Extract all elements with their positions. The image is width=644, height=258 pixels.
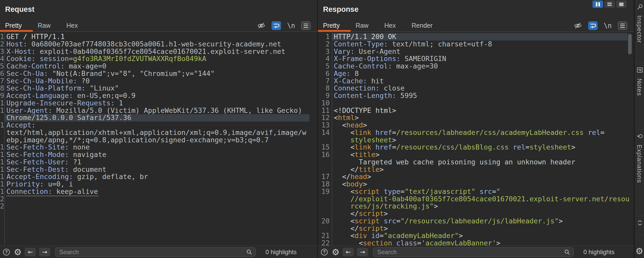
code-line[interactable]: 10 [318,100,634,107]
code-line[interactable]: 11User-Agent: Mozilla/5.0 (Victim) Apple… [0,107,317,114]
code-line[interactable]: 19Connection: keep-alive [0,188,317,195]
code-line[interactable]: 19 <script type="text/javascript" src=" [318,188,634,195]
tab-hex[interactable]: Hex [384,22,396,29]
sidebar-tab-inspector[interactable]: Inspector [635,0,644,63]
hide-matches-eye-icon[interactable] [257,22,265,29]
sidebar-tab-notes[interactable]: Notes [635,63,644,129]
code-line[interactable]: 1GET / HTTP/1.1 [0,33,317,41]
line-number: 7 [318,77,332,85]
arrow-left-icon[interactable]: ← [25,248,36,256]
settings-gear-icon[interactable]: ⚙ [14,248,22,256]
code-line[interactable]: 2Host: 0a6800e703aef7748038cb3c005a0061.… [0,41,317,48]
arrow-right-icon[interactable]: → [39,248,50,256]
tab-raw[interactable]: Raw [38,22,50,29]
line-number [0,136,4,144]
code-line[interactable]: 3Vary: User-Agent [318,48,634,55]
code-line[interactable]: 12Accept: [0,122,317,129]
code-line[interactable]: 22 <section class='academyLabBanner'> [318,240,634,245]
code-line[interactable]: </title> [318,166,634,173]
arrow-left-icon[interactable]: ← [342,248,354,256]
arrow-right-icon[interactable]: → [357,248,368,256]
rows-layout-button[interactable] [604,1,615,8]
code-line[interactable]: 16 <title> [318,151,634,158]
tab-pretty[interactable]: Pretty [5,22,22,29]
help-icon[interactable]: ? [3,249,10,255]
line-number: 18 [318,181,332,188]
code-line[interactable]: 12<html> [318,114,634,122]
code-line[interactable]: 15Sec-Fetch-User: ?1 [0,158,317,166]
vertical-scrollbar[interactable] [628,34,632,54]
code-line[interactable]: 17 </head> [318,173,634,181]
help-icon[interactable]: ? [321,249,328,255]
code-line[interactable]: text/html,application/xhtml+xml,applicat… [0,129,317,136]
code-line[interactable]: 13Sec-Fetch-Site: none [0,144,317,151]
code-line[interactable]: stylesheet> [318,136,634,144]
code-line[interactable]: 18Priority: u=0, i [0,181,317,188]
code-line[interactable]: 13 <head> [318,122,634,129]
code-line[interactable]: </script> [318,225,634,232]
code-line[interactable]: 17Accept-Encoding: gzip, deflate, br [0,173,317,181]
code-line[interactable]: 4X-Frame-Options: SAMEORIGIN [318,55,634,63]
code-line[interactable]: rces/js/tracking.js"> [318,203,634,210]
code-line[interactable]: 21 [0,203,317,210]
code-line[interactable]: 7Sec-Ch-Ua-Mobile: ?0 [0,77,317,85]
code-line[interactable]: 1HTTP/1.1 200 OK [318,33,634,41]
tab-pretty[interactable]: Pretty [323,22,340,29]
code-line[interactable]: 6Age: 8 [318,70,634,77]
search-input[interactable] [55,247,256,257]
code-line[interactable]: 11<!DOCTYPE html> [318,107,634,114]
request-editor[interactable]: 1GET / HTTP/1.12Host: 0a6800e703aef77480… [0,32,317,245]
code-line[interactable]: 8Connection: close [318,85,634,92]
code-line[interactable]: ebp,image/apng,*/*;q=0.8,application/sig… [0,136,317,144]
code-line[interactable]: 9Content-Length: 5995 [318,92,634,100]
code-line[interactable]: //exploit-0ab400af0365f7ce8054cace016700… [318,195,634,203]
code-line[interactable]: 15 <link href=/resources/css/labsBlog.cs… [318,144,634,151]
hide-matches-eye-icon[interactable] [574,22,582,29]
code-line[interactable]: Chrome/125.0.0.0 Safari/537.36 [0,114,317,122]
code-line[interactable]: 5Cache-Control: max-age=30 [318,63,634,70]
code-line[interactable]: 6Sec-Ch-Ua: "Not(A:Brand";v="8", "Chromi… [0,70,317,77]
code-line[interactable]: 14 <link href=/resources/labheader/css/a… [318,129,634,136]
line-number: 6 [0,70,4,77]
columns-layout-button[interactable] [593,1,603,8]
code-line[interactable]: 21 <div id="academyLabHeader"> [318,232,634,240]
code-line[interactable]: 4Cookie: session=g4fo3RA3MrI0fdZVUTWAXXR… [0,55,317,63]
settings-gear-icon[interactable]: ⚙ [636,247,643,255]
line-number: 20 [0,195,4,203]
code-line[interactable]: 20 [0,195,317,203]
newline-icon[interactable]: \n [287,22,295,29]
search-input[interactable] [373,247,574,257]
code-line[interactable]: 20 <script src="/resources/labheader/js/… [318,217,634,225]
tab-raw[interactable]: Raw [356,22,368,29]
single-layout-button[interactable] [616,1,627,8]
newline-icon[interactable]: \n [604,22,612,29]
code-line[interactable]: </script> [318,210,634,217]
line-number: 1 [318,33,332,41]
code-line[interactable]: 7X-Cache: hit [318,77,634,85]
code-line[interactable]: Targeted web cache poisoning using an un… [318,158,634,166]
code-line[interactable]: 5Cache-Control: max-age=0 [0,63,317,70]
code-line[interactable]: 3X-Host: exploit-0ab400af0365f7ce8054cac… [0,48,317,55]
settings-gear-icon[interactable]: ⚙ [332,248,339,256]
line-number: 22 [318,240,332,245]
word-wrap-icon[interactable] [588,21,598,30]
code-line[interactable]: 8Sec-Ch-Ua-Platform: "Linux" [0,85,317,92]
sidebar-tab-explanations[interactable]: Explanations [635,129,644,216]
code-line[interactable]: 18 <body> [318,181,634,188]
menu-icon[interactable] [618,22,627,30]
code-line[interactable]: 10Upgrade-Insecure-Requests: 1 [0,100,317,107]
notes-icon [636,67,643,73]
code-line[interactable]: 16Sec-Fetch-Dest: document [0,166,317,173]
menu-icon[interactable] [301,22,310,30]
right-sidebar: InspectorNotesExplanations⚙ [634,0,644,258]
tab-render[interactable]: Render [412,22,433,29]
code-line[interactable]: 9Accept-Language: en-US,en;q=0.9 [0,92,317,100]
request-title: Request [5,5,34,14]
tab-hex[interactable]: Hex [66,22,78,29]
code-line[interactable]: 2Content-Type: text/html; charset=utf-8 [318,41,634,48]
sidebar-tab-extra[interactable] [635,216,644,235]
code-line[interactable]: 14Sec-Fetch-Mode: navigate [0,151,317,158]
response-editor[interactable]: 1HTTP/1.1 200 OK2Content-Type: text/html… [318,32,634,245]
active-tab-indicator [318,30,351,32]
word-wrap-icon[interactable] [272,21,281,30]
